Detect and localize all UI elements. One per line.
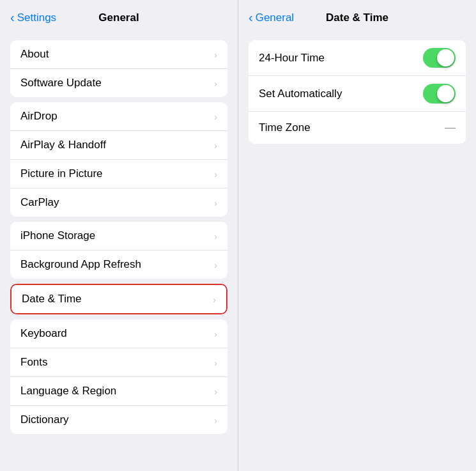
toggle-24-hour-time[interactable]: [423, 48, 456, 68]
back-label-settings: Settings: [17, 12, 56, 24]
back-label-general: General: [256, 12, 294, 24]
toggle-set-automatically[interactable]: [423, 84, 456, 104]
chevron-pip-icon: ›: [214, 169, 217, 180]
row-picture-in-picture[interactable]: Picture in Picture ›: [10, 160, 227, 189]
row-label-airplay: AirPlay & Handoff: [20, 139, 106, 151]
row-carplay[interactable]: CarPlay ›: [10, 189, 227, 217]
row-label-iphone-storage: iPhone Storage: [20, 229, 95, 242]
row-language-region[interactable]: Language & Region ›: [10, 377, 227, 406]
row-label-keyboard: Keyboard: [20, 327, 67, 340]
chevron-fonts-icon: ›: [214, 357, 217, 368]
row-about[interactable]: About ›: [10, 40, 227, 69]
group-input: Keyboard › Fonts › Language & Region › D…: [10, 320, 227, 434]
time-zone-value: —: [445, 121, 456, 134]
row-background-app-refresh[interactable]: Background App Refresh ›: [10, 251, 227, 279]
left-header: ‹ Settings General: [0, 0, 238, 35]
label-time-zone: Time Zone: [259, 121, 311, 134]
row-time-zone[interactable]: Time Zone —: [249, 112, 466, 144]
row-fonts[interactable]: Fonts ›: [10, 348, 227, 377]
label-24-hour-time: 24-Hour Time: [259, 52, 325, 65]
row-label-background-refresh: Background App Refresh: [20, 258, 141, 271]
row-label-dictionary: Dictionary: [20, 413, 69, 426]
row-keyboard[interactable]: Keyboard ›: [10, 320, 227, 348]
group-storage: iPhone Storage › Background App Refresh …: [10, 222, 227, 279]
label-set-automatically: Set Automatically: [259, 88, 342, 100]
row-label-about: About: [20, 48, 49, 61]
chevron-date-time-icon: ›: [213, 294, 216, 305]
row-label-pip: Picture in Picture: [20, 167, 103, 180]
row-label-carplay: CarPlay: [20, 196, 59, 209]
group-about: About › Software Update ›: [10, 40, 227, 97]
row-date-time[interactable]: Date & Time ›: [12, 285, 226, 313]
row-24-hour-time: 24-Hour Time: [249, 40, 466, 76]
row-airplay[interactable]: AirPlay & Handoff ›: [10, 131, 227, 160]
back-chevron-icon: ‹: [10, 11, 15, 24]
chevron-keyboard-icon: ›: [214, 328, 217, 339]
toggle-knob-24-hour: [437, 49, 454, 66]
group-connectivity: AirDrop › AirPlay & Handoff › Picture in…: [10, 102, 227, 217]
right-panel-title: Date & Time: [326, 12, 388, 24]
right-panel: ‹ General Date & Time 24-Hour Time Set A…: [238, 0, 476, 471]
chevron-carplay-icon: ›: [214, 197, 217, 208]
left-panel: ‹ Settings General About › Software Upda…: [0, 0, 238, 471]
chevron-dictionary-icon: ›: [214, 415, 217, 426]
row-label-software-update: Software Update: [20, 77, 102, 89]
row-set-automatically: Set Automatically: [249, 76, 466, 112]
row-airdrop[interactable]: AirDrop ›: [10, 102, 227, 131]
row-label-airdrop: AirDrop: [20, 110, 58, 123]
row-dictionary[interactable]: Dictionary ›: [10, 406, 227, 434]
chevron-iphone-storage-icon: ›: [214, 231, 217, 242]
datetime-settings-group: 24-Hour Time Set Automatically Time Zone…: [249, 40, 466, 144]
back-chevron-right-icon: ‹: [249, 11, 253, 24]
row-label-date-time: Date & Time: [22, 293, 82, 305]
back-button-settings[interactable]: ‹ Settings: [10, 12, 56, 24]
chevron-about-icon: ›: [214, 49, 217, 60]
row-label-language-region: Language & Region: [20, 385, 116, 398]
chevron-background-refresh-icon: ›: [214, 259, 217, 270]
row-label-fonts: Fonts: [20, 356, 48, 369]
right-header: ‹ General Date & Time: [238, 0, 476, 35]
left-panel-title: General: [98, 12, 139, 24]
back-button-general[interactable]: ‹ General: [249, 12, 294, 24]
chevron-airdrop-icon: ›: [214, 111, 217, 122]
chevron-software-update-icon: ›: [214, 78, 217, 89]
selected-row-wrapper: Date & Time ›: [10, 284, 227, 314]
row-iphone-storage[interactable]: iPhone Storage ›: [10, 222, 227, 251]
chevron-language-region-icon: ›: [214, 386, 217, 397]
row-software-update[interactable]: Software Update ›: [10, 69, 227, 97]
toggle-knob-set-automatically: [437, 85, 454, 102]
chevron-airplay-icon: ›: [214, 140, 217, 151]
